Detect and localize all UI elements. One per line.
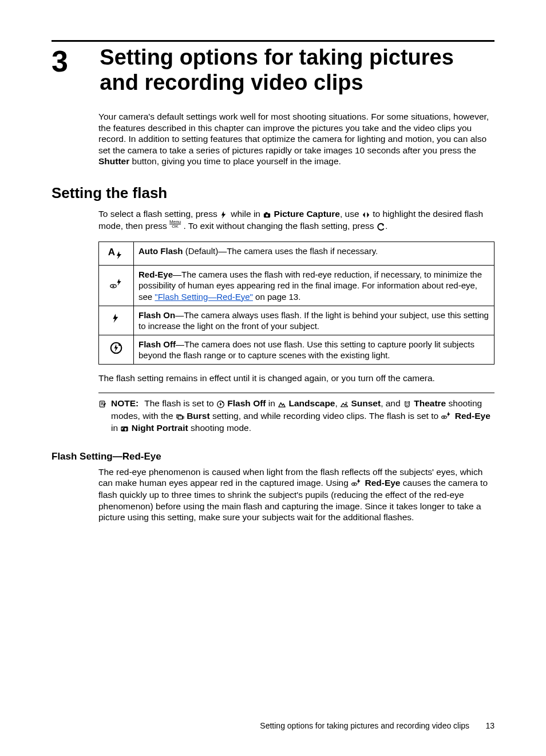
text: . — [385, 221, 387, 231]
red-eye-link[interactable]: "Flash Setting—Red-Eye" — [155, 292, 253, 302]
note-label: NOTE: — [111, 398, 142, 408]
top-rule — [52, 40, 494, 42]
footer-text: Setting options for taking pictures and … — [260, 721, 469, 730]
burst-icon — [176, 411, 184, 422]
subsection-heading-redeye: Flash Setting—Red-Eye — [52, 450, 494, 462]
note-icon — [98, 398, 111, 434]
note-block: NOTE: The flash is set to Flash Off in L… — [98, 393, 494, 434]
intro-paragraph: Your camera's default settings work well… — [98, 111, 494, 167]
landscape-label: Landscape — [289, 398, 335, 408]
table-row: Red-Eye—The camera uses the flash with r… — [99, 266, 494, 306]
table-row: Flash Off—The camera does not use flash.… — [99, 335, 494, 365]
menu-ok-icon: MenuOK — [169, 220, 181, 229]
sunset-icon — [340, 399, 349, 410]
chapter-number: 3 — [52, 43, 97, 80]
camera-icon — [263, 209, 271, 220]
cell: Red-Eye—The camera uses the flash with r… — [134, 266, 494, 306]
note-text: NOTE: The flash is set to Flash Off in L… — [111, 398, 494, 434]
text: in — [268, 398, 278, 408]
table-row: A Auto Flash (Default)—The camera uses t… — [99, 242, 494, 266]
flash-off-label: Flash Off — [227, 398, 266, 408]
table-row: Flash On—The camera always uses flash. I… — [99, 306, 494, 335]
option-desc: —The camera always uses flash. If the li… — [139, 310, 489, 331]
text: button, giving you time to place yoursel… — [129, 156, 341, 166]
section-heading-flash: Setting the flash — [52, 184, 494, 203]
text: Your camera's default settings work well… — [98, 112, 489, 155]
red-eye-label: Red-Eye — [365, 478, 400, 488]
back-icon — [377, 221, 385, 232]
night-portrait-icon — [120, 423, 129, 434]
option-desc: (Default)—The camera uses the flash if n… — [183, 246, 378, 256]
flash-options-table: A Auto Flash (Default)—The camera uses t… — [98, 242, 494, 365]
text: . To exit without changing the flash set… — [183, 221, 376, 231]
flash-options-table-wrap: A Auto Flash (Default)—The camera uses t… — [98, 242, 494, 365]
text: , use — [340, 209, 362, 219]
chapter-title: Setting options for taking pictures and … — [100, 45, 494, 95]
picture-capture-label: Picture Capture — [274, 209, 340, 219]
option-label: Flash Off — [139, 339, 176, 349]
sunset-label: Sunset — [351, 398, 381, 408]
burst-label: Burst — [187, 411, 209, 421]
text: To select a flash setting, press — [98, 209, 220, 219]
page-number: 13 — [472, 721, 494, 731]
text: , — [335, 398, 341, 408]
flash-off-icon — [99, 335, 134, 365]
cell: Auto Flash (Default)—The camera uses the… — [134, 242, 494, 266]
text: while in — [231, 209, 263, 219]
text: shooting mode. — [191, 423, 251, 433]
red-eye-icon — [99, 266, 134, 306]
landscape-icon — [278, 399, 286, 410]
option-label: Red-Eye — [139, 270, 173, 279]
cell: Flash On—The camera always uses flash. I… — [134, 306, 494, 335]
page: 3 Setting options for taking pictures an… — [0, 0, 546, 756]
after-table-note: The flash setting remains in effect unti… — [98, 373, 494, 383]
night-portrait-label: Night Portrait — [132, 423, 188, 433]
flash-instructions: To select a flash setting, press while i… — [98, 208, 494, 233]
text: , and — [381, 398, 403, 408]
red-eye-icon — [441, 410, 452, 422]
redeye-paragraph: The red-eye phenomenon is caused when li… — [98, 466, 494, 523]
theatre-label: Theatre — [414, 398, 446, 408]
red-eye-label: Red-Eye — [455, 411, 490, 421]
text: on page 13. — [253, 292, 300, 302]
red-eye-icon — [351, 477, 362, 489]
text: in — [111, 423, 120, 433]
option-label: Auto Flash — [139, 246, 183, 256]
left-right-icon — [362, 209, 370, 220]
option-desc: —The camera does not use flash. Use this… — [139, 339, 474, 360]
shutter-label: Shutter — [98, 156, 129, 166]
page-footer: Setting options for taking pictures and … — [260, 721, 494, 731]
chapter-header: 3 Setting options for taking pictures an… — [52, 43, 494, 95]
flash-icon — [220, 209, 228, 220]
cell: Flash Off—The camera does not use flash.… — [134, 335, 494, 365]
flash-on-icon — [99, 306, 134, 335]
option-label: Flash On — [139, 310, 175, 320]
auto-flash-icon: A — [99, 242, 134, 266]
text: setting, and while recording video clips… — [212, 411, 441, 421]
text: The flash is set to — [144, 398, 216, 408]
flash-off-icon — [216, 399, 225, 410]
theatre-icon — [403, 399, 412, 410]
